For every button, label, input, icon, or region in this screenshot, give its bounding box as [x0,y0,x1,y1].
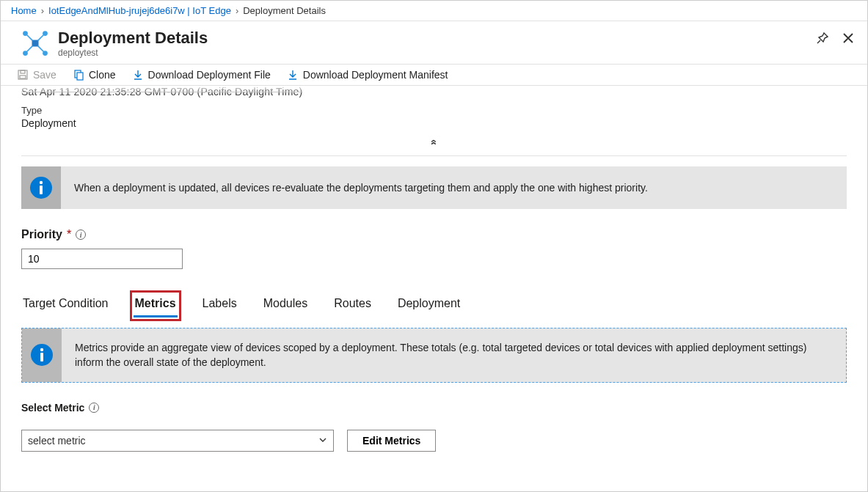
created-date-value: Sat Apr 11 2020 21:35:28 GMT-0700 (Pacif… [21,86,867,98]
info-icon [22,328,62,382]
chevron-down-icon [318,435,327,447]
chevron-right-icon: › [41,5,44,16]
svg-point-15 [40,181,43,184]
required-indicator: * [67,228,71,241]
select-metric-dropdown[interactable]: select metric [21,430,334,452]
svg-rect-0 [32,40,39,47]
double-chevron-up-icon: « [428,139,440,145]
svg-point-18 [40,348,43,351]
save-button: Save [17,69,56,81]
priority-info-text: When a deployment is updated, all device… [61,166,661,209]
divider [21,155,847,156]
metrics-info-box: Metrics provide an aggregate view of dev… [21,328,847,383]
type-value: Deployment [21,117,867,129]
tab-metrics[interactable]: Metrics [134,294,178,317]
priority-info-box: When a deployment is updated, all device… [21,166,847,209]
download-file-label: Download Deployment File [148,69,271,81]
collapse-toggle[interactable]: « [21,136,847,148]
clone-label: Clone [89,69,116,81]
copy-icon [73,69,84,81]
svg-line-6 [37,35,43,41]
tabs: Target Condition Metrics Labels Modules … [21,294,847,317]
download-deployment-manifest-button[interactable]: Download Deployment Manifest [287,69,448,81]
deployment-icon [21,29,49,57]
tab-routes[interactable]: Routes [332,294,373,317]
download-manifest-label: Download Deployment Manifest [303,69,448,81]
tab-deployment[interactable]: Deployment [396,294,462,317]
chevron-right-icon: › [236,5,238,16]
svg-rect-10 [21,70,25,73]
page-header: Deployment Details deploytest [1,21,867,64]
priority-input[interactable] [21,249,183,269]
svg-line-5 [27,35,33,41]
breadcrumb: Home › IotEdgeAndMlHub-jrujej6de6i7w | I… [1,1,867,21]
close-icon[interactable] [842,32,854,46]
download-icon [132,69,144,81]
select-metric-help-icon[interactable]: i [89,403,99,413]
svg-rect-13 [77,73,83,80]
breadcrumb-home[interactable]: Home [11,5,37,16]
priority-label: Priority [21,228,62,241]
tab-modules[interactable]: Modules [262,294,309,317]
page-title: Deployment Details [58,29,208,48]
svg-line-8 [37,45,43,51]
svg-rect-19 [40,353,43,361]
metrics-info-text: Metrics provide an aggregate view of dev… [62,328,846,382]
edit-metrics-button[interactable]: Edit Metrics [347,430,436,452]
svg-rect-16 [40,186,43,194]
download-icon [287,69,299,81]
breadcrumb-current: Deployment Details [243,5,326,16]
pin-icon[interactable] [816,32,829,47]
select-metric-label: Select Metric [21,402,84,414]
breadcrumb-hub[interactable]: IotEdgeAndMlHub-jrujej6de6i7w | IoT Edge [48,5,231,16]
svg-rect-11 [20,76,26,78]
download-deployment-file-button[interactable]: Download Deployment File [132,69,271,81]
tab-labels[interactable]: Labels [201,294,238,317]
priority-help-icon[interactable]: i [76,230,86,240]
content-scroll[interactable]: Sat Apr 11 2020 21:35:28 GMT-0700 (Pacif… [1,86,867,477]
toolbar: Save Clone Download Deployment File Down… [1,64,867,86]
save-icon [17,69,29,81]
info-icon [21,166,61,209]
clone-button[interactable]: Clone [73,69,116,81]
type-label: Type [21,105,867,116]
tab-target-condition[interactable]: Target Condition [21,294,110,317]
select-metric-value: select metric [28,435,86,447]
page-subtitle: deploytest [58,48,208,58]
save-label: Save [33,69,56,81]
svg-line-7 [27,45,33,51]
